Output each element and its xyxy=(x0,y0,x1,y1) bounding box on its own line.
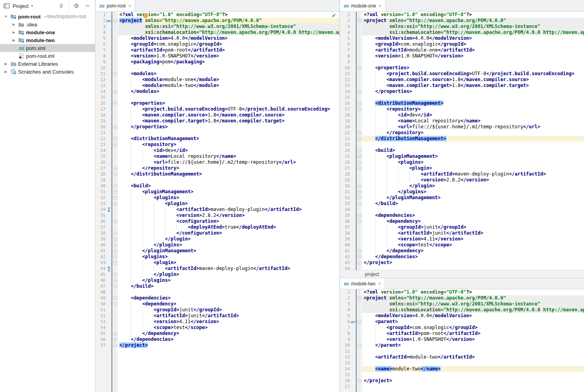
fold-end-marker[interactable] xyxy=(113,338,117,341)
code-text[interactable] xyxy=(362,266,584,270)
chevron-right-icon[interactable]: ▶ xyxy=(2,70,9,74)
fold-start-marker[interactable] xyxy=(113,190,117,194)
code-text[interactable]: <artifactId>module-one</artifactId> xyxy=(362,47,584,53)
code-text[interactable]: <maven.compiler.source>1.8</maven.compil… xyxy=(362,77,584,83)
code-text[interactable]: xmlns:xsi="http://www.w3.org/2001/XMLSch… xyxy=(362,24,584,30)
hide-panel-icon[interactable] xyxy=(83,2,92,10)
fold-start-marker[interactable] xyxy=(358,102,361,105)
code-text[interactable]: </repository> xyxy=(362,130,584,136)
code-text[interactable]: <groupId>com.snaplogic</groupId> xyxy=(362,325,584,331)
code-text[interactable]: <dependencies> xyxy=(118,295,339,301)
tree-item-pom-root[interactable]: ▼pom-root~/dev/tmp/pom-root xyxy=(0,13,95,20)
tree-item-pom-root.iml[interactable]: pom-root.iml xyxy=(0,52,95,60)
code-text[interactable] xyxy=(118,94,339,100)
code-text[interactable]: <url>file://${user.home}/.m2/temp-reposi… xyxy=(118,159,339,165)
code-text[interactable]: <dependencies> xyxy=(362,213,584,218)
code-text[interactable]: </repository> xyxy=(118,165,339,171)
fold-end-marker[interactable] xyxy=(358,137,361,141)
code-area-module-two[interactable]: 1<?xml version="1.0" encoding="UTF-8"?>2… xyxy=(340,289,584,392)
code-text[interactable]: <version>1.0-SNAPSHOT</version> xyxy=(118,53,339,59)
code-text[interactable] xyxy=(362,207,584,213)
code-text[interactable]: <plugin> xyxy=(362,165,584,171)
tree-item-pom.xml[interactable]: mpom.xml xyxy=(0,44,95,52)
code-text[interactable]: xsi:schemaLocation="http://maven.apache.… xyxy=(118,30,339,35)
panel-title[interactable]: Project xyxy=(13,3,28,9)
chevron-right-icon[interactable]: ▶ xyxy=(10,38,17,42)
code-text[interactable] xyxy=(362,384,584,390)
tree-item-module-one[interactable]: ▶module-one xyxy=(0,28,95,36)
code-text[interactable]: </plugin> xyxy=(118,236,339,242)
code-text[interactable]: xsi:schemaLocation="http://maven.apache.… xyxy=(362,307,584,313)
fold-start-marker[interactable] xyxy=(358,107,361,111)
tree-item-.idea[interactable]: ▶.idea xyxy=(0,20,95,28)
code-text[interactable]: <packaging>pom</packaging> xyxy=(118,59,339,65)
tab-module-one[interactable]: m module-one × xyxy=(340,0,385,11)
code-text[interactable]: <plugins> xyxy=(118,254,339,260)
fold-start-marker[interactable] xyxy=(358,296,361,300)
code-text[interactable]: <scope>test</scope> xyxy=(118,325,339,331)
code-text[interactable]: <id>dev</id> xyxy=(118,148,339,153)
fold-start-marker[interactable] xyxy=(358,149,361,152)
code-text[interactable]: </properties> xyxy=(118,124,339,130)
fold-end-marker[interactable] xyxy=(113,273,117,276)
code-text[interactable]: xsi:schemaLocation="http://maven.apache.… xyxy=(362,30,584,35)
code-text[interactable]: <scope>test</scope> xyxy=(362,242,584,248)
code-text[interactable]: <properties> xyxy=(362,65,584,71)
code-text[interactable]: <parent> xyxy=(362,319,584,325)
code-text[interactable]: </plugins> xyxy=(118,242,339,248)
fold-start-marker[interactable] xyxy=(358,220,361,223)
fold-start-marker[interactable] xyxy=(113,302,117,306)
fold-end-marker[interactable] xyxy=(113,285,117,288)
code-text[interactable]: <groupId>junit</groupId> xyxy=(362,224,584,230)
settings-gear-icon[interactable]: ⚙ xyxy=(72,2,81,10)
fold-end-marker[interactable] xyxy=(358,379,361,383)
code-text[interactable]: <dependency> xyxy=(362,218,584,224)
fold-start-marker[interactable] xyxy=(113,102,117,105)
tree-item-module-two[interactable]: ▶module-two xyxy=(0,36,95,44)
fold-end-marker[interactable] xyxy=(358,196,361,200)
fold-end-marker[interactable] xyxy=(113,231,117,235)
code-text[interactable]: <artifactId>module-two</artifactId> xyxy=(362,354,584,360)
code-text[interactable] xyxy=(362,59,584,65)
code-text[interactable]: <project xmlns="http://maven.apache.org/… xyxy=(362,18,584,24)
code-text[interactable]: <repository> xyxy=(118,142,339,148)
code-text[interactable]: <id>dev</id> xyxy=(362,112,584,118)
fold-end-marker[interactable] xyxy=(358,184,361,188)
code-text[interactable]: <pluginManagement> xyxy=(118,189,339,195)
code-text[interactable]: <maven.compiler.target>1.8</maven.compil… xyxy=(362,83,584,89)
tree-item-scratches-and-consoles[interactable]: ▶Scratches and Consoles xyxy=(0,68,95,76)
code-text[interactable]: </modules> xyxy=(118,89,339,94)
fold-end-marker[interactable] xyxy=(358,131,361,135)
fold-end-marker[interactable] xyxy=(113,237,117,241)
code-text[interactable]: <dependency> xyxy=(118,301,339,307)
code-text[interactable]: <groupId>com.snaplogic</groupId> xyxy=(362,41,584,47)
code-text[interactable]: <version>2.8.2</version> xyxy=(118,213,339,218)
code-text[interactable]: <project xmlns="http://maven.apache.org/… xyxy=(362,295,584,301)
code-text[interactable]: <distributionManagement> xyxy=(118,136,339,142)
fold-end-marker[interactable] xyxy=(358,202,361,205)
code-text[interactable]: </dependency> xyxy=(362,248,584,254)
fold-start-marker[interactable] xyxy=(358,155,361,158)
code-text[interactable]: <properties> xyxy=(118,100,339,106)
chevron-right-icon[interactable]: ▶ xyxy=(10,22,17,26)
code-text[interactable]: <project xmlns="http://maven.apache.org/… xyxy=(118,18,339,24)
fold-end-marker[interactable] xyxy=(113,90,117,93)
maven-up-gutter-icon[interactable]: m↑ xyxy=(350,319,356,325)
fold-start-marker[interactable] xyxy=(113,296,117,300)
code-text[interactable]: <modelVersion>4.0.0</modelVersion> xyxy=(118,35,339,41)
code-area-pom-root[interactable]: 1<?xml version="1.0" encoding="UTF-8"?>2… xyxy=(95,12,339,392)
code-text[interactable]: <maven.compiler.source>1.8</maven.compil… xyxy=(118,112,339,118)
code-text[interactable]: <plugins> xyxy=(118,195,339,201)
fold-end-marker[interactable] xyxy=(113,125,117,129)
fold-start-marker[interactable] xyxy=(358,320,361,324)
code-text[interactable]: <modelVersion>4.0.0</modelVersion> xyxy=(362,313,584,319)
fold-start-marker[interactable] xyxy=(113,184,117,188)
code-text[interactable]: </plugins> xyxy=(362,189,584,195)
code-text[interactable]: </configuration> xyxy=(118,230,339,236)
code-text[interactable] xyxy=(118,177,339,183)
code-text[interactable]: <repository> xyxy=(362,106,584,112)
code-text[interactable]: <modelVersion>4.0.0</modelVersion> xyxy=(362,35,584,41)
fold-start-marker[interactable] xyxy=(113,220,117,223)
fold-end-marker[interactable] xyxy=(358,344,361,347)
close-tab-icon[interactable]: × xyxy=(379,3,381,9)
